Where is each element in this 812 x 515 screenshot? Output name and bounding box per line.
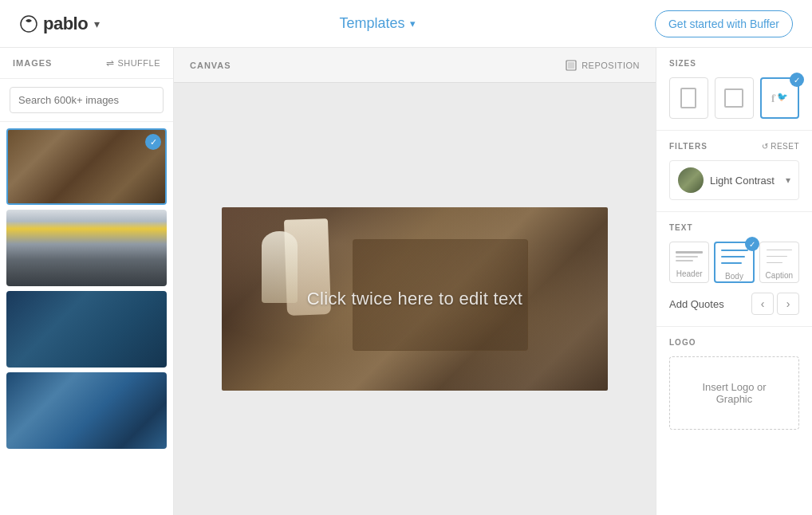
image-item-coffee[interactable]: ✓: [6, 128, 167, 205]
logo-area: pablo ▾: [19, 14, 100, 34]
images-title: IMAGES: [13, 58, 52, 68]
caption-lines-icon: [762, 245, 797, 268]
image-item-city[interactable]: [6, 210, 167, 286]
caption-label: Caption: [766, 271, 793, 280]
reset-label: RESET: [771, 142, 799, 151]
canvas-label: CANVAS: [190, 61, 231, 70]
filters-section: FILTERS ↺ RESET Light Contrast ▾: [656, 131, 812, 212]
quotes-next-button[interactable]: ›: [777, 293, 799, 315]
search-input[interactable]: [10, 88, 160, 112]
square-size-icon: [724, 88, 743, 108]
sizes-section: SIZES ✓ 𝐟 🐦: [656, 48, 812, 131]
text-header-button[interactable]: Header: [669, 242, 709, 283]
canvas-image[interactable]: Click twice here to edit text: [222, 207, 608, 391]
add-quotes-row: Add Quotes ‹ ›: [669, 293, 799, 315]
filter-thumb-image: [678, 167, 704, 193]
header: pablo ▾ Templates ▾ Get started with Buf…: [0, 0, 812, 48]
get-started-button[interactable]: Get started with Buffer: [655, 10, 793, 37]
sizes-title: SIZES: [669, 59, 799, 68]
search-button[interactable]: [160, 88, 164, 112]
canvas-area: CANVAS REPOSITION Click twice here to ed…: [174, 48, 656, 515]
sidebar: IMAGES ⇌ SHUFFLE ✓: [0, 48, 174, 515]
quotes-nav: ‹ ›: [751, 293, 799, 315]
add-quotes-text: Add Quotes: [669, 298, 724, 310]
pablo-logo-icon: [19, 14, 38, 33]
body-selected-check: ✓: [745, 237, 759, 251]
main-content: IMAGES ⇌ SHUFFLE ✓: [0, 48, 812, 515]
svg-point-0: [21, 16, 37, 32]
templates-label: Templates: [340, 15, 405, 32]
logo-section: LOGO Insert Logo or Graphic: [656, 327, 812, 441]
logo-insert-button[interactable]: Insert Logo or Graphic: [669, 356, 799, 430]
canvas-toolbar: CANVAS REPOSITION: [174, 48, 656, 83]
right-panel: SIZES ✓ 𝐟 🐦: [656, 48, 812, 515]
image-item-ocean[interactable]: [6, 291, 167, 368]
shuffle-label: SHUFFLE: [117, 58, 160, 68]
image-grid: ✓: [0, 122, 173, 515]
filter-dropdown[interactable]: Light Contrast ▾: [669, 160, 799, 200]
filter-chevron-icon: ▾: [786, 175, 790, 186]
logo-text: pablo: [43, 14, 88, 34]
filter-thumbnail: [678, 167, 704, 193]
filter-name: Light Contrast: [710, 175, 779, 187]
text-options: Header ✓ Body: [669, 242, 799, 283]
quotes-prev-button[interactable]: ‹: [751, 293, 774, 315]
size-square-button[interactable]: [715, 77, 754, 119]
sidebar-header: IMAGES ⇌ SHUFFLE: [0, 48, 173, 79]
shuffle-button[interactable]: ⇌ SHUFFLE: [106, 57, 160, 69]
size-twitter-button[interactable]: ✓ 𝐟 🐦: [760, 77, 799, 119]
size-selected-check: ✓: [790, 73, 804, 87]
text-title: TEXT: [669, 223, 799, 232]
text-section: TEXT Header ✓: [656, 212, 812, 327]
body-label: Body: [725, 272, 743, 281]
image-item-waves[interactable]: [6, 372, 167, 449]
search-area: [0, 79, 173, 122]
svg-rect-4: [568, 62, 574, 69]
filters-title: FILTERS: [669, 142, 708, 151]
header-label: Header: [676, 269, 703, 278]
logo-title: LOGO: [669, 338, 799, 347]
header-lines-icon: [671, 246, 708, 266]
reposition-button[interactable]: REPOSITION: [566, 60, 640, 71]
shuffle-icon: ⇌: [106, 57, 115, 69]
templates-button[interactable]: Templates ▾: [340, 15, 416, 32]
sizes-grid: ✓ 𝐟 🐦: [669, 77, 799, 119]
canvas-wrapper: Click twice here to edit text: [174, 83, 656, 515]
filters-header: FILTERS ↺ RESET: [669, 142, 799, 151]
twitter-size-icon: 𝐟 🐦: [771, 92, 788, 105]
size-pinterest-button[interactable]: [669, 77, 708, 119]
search-box: [10, 87, 164, 113]
canvas-edit-text[interactable]: Click twice here to edit text: [307, 289, 522, 309]
text-caption-button[interactable]: Caption: [759, 242, 799, 283]
text-body-button[interactable]: ✓ Body: [714, 242, 754, 283]
reset-icon: ↺: [762, 142, 769, 151]
reset-button[interactable]: ↺ RESET: [762, 142, 799, 151]
templates-chevron-icon: ▾: [410, 18, 416, 29]
logo-chevron-icon[interactable]: ▾: [94, 18, 100, 30]
reposition-label: REPOSITION: [581, 61, 640, 70]
reposition-icon: [566, 60, 577, 71]
pinterest-size-icon: [680, 88, 696, 108]
